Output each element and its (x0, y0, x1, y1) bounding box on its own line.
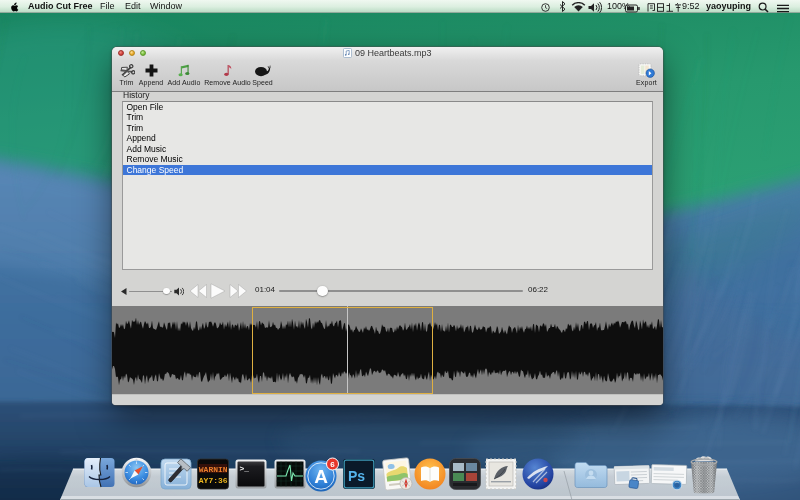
svg-text:Ps: Ps (348, 468, 365, 484)
svg-text:WARNIN: WARNIN (199, 465, 228, 474)
svg-text:A: A (314, 466, 328, 487)
svg-text:6: 6 (330, 460, 335, 469)
svg-text:>_: >_ (240, 464, 250, 473)
svg-text:AY7:36: AY7:36 (199, 476, 228, 485)
